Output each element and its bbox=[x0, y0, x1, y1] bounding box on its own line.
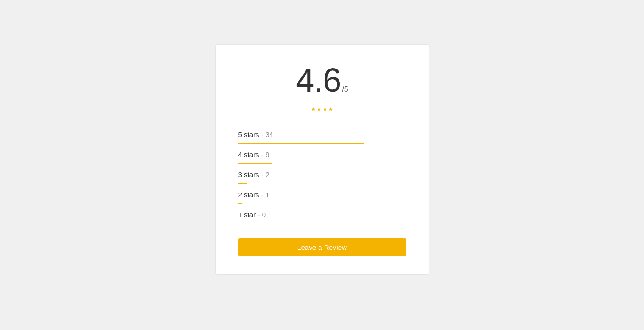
leave-review-button[interactable]: Leave a Review bbox=[238, 238, 406, 256]
rating-value: 4.6 /5 bbox=[296, 63, 348, 97]
rating-header: 4.6 /5 bbox=[238, 63, 406, 113]
rating-average: 4.6 bbox=[296, 63, 341, 97]
star-icon bbox=[311, 107, 316, 111]
rating-card: 4.6 /5 5 stars - 34 4 stars bbox=[215, 44, 429, 275]
star-icon bbox=[323, 107, 327, 111]
breakdown-label: 5 stars bbox=[238, 131, 259, 138]
rating-max: /5 bbox=[342, 85, 348, 94]
breakdown-count: 1 bbox=[265, 191, 269, 199]
breakdown-count: 9 bbox=[265, 151, 269, 158]
breakdown-label: 1 star bbox=[238, 211, 256, 219]
breakdown-count: 34 bbox=[265, 131, 273, 138]
breakdown-separator: - bbox=[261, 151, 265, 158]
breakdown-row-2stars[interactable]: 2 stars - 1 bbox=[238, 184, 406, 204]
breakdown-label: 3 stars bbox=[238, 171, 259, 179]
star-icon bbox=[328, 107, 333, 111]
star-icon bbox=[317, 107, 321, 111]
breakdown-count: 0 bbox=[262, 211, 266, 219]
breakdown-separator: - bbox=[261, 131, 265, 138]
breakdown-row-5stars[interactable]: 5 stars - 34 bbox=[238, 124, 406, 144]
rating-breakdown: 5 stars - 34 4 stars - 9 3 stars - 2 2 s… bbox=[238, 124, 406, 224]
breakdown-separator: - bbox=[261, 171, 265, 179]
rating-stars bbox=[238, 104, 406, 113]
breakdown-separator: - bbox=[261, 191, 265, 199]
breakdown-label: 4 stars bbox=[238, 151, 259, 158]
breakdown-count: 2 bbox=[265, 171, 269, 179]
breakdown-row-4stars[interactable]: 4 stars - 9 bbox=[238, 144, 406, 164]
breakdown-row-1star[interactable]: 1 star - 0 bbox=[238, 204, 406, 224]
breakdown-separator: - bbox=[257, 211, 262, 219]
breakdown-label: 2 stars bbox=[238, 191, 259, 199]
breakdown-row-3stars[interactable]: 3 stars - 2 bbox=[238, 164, 406, 184]
